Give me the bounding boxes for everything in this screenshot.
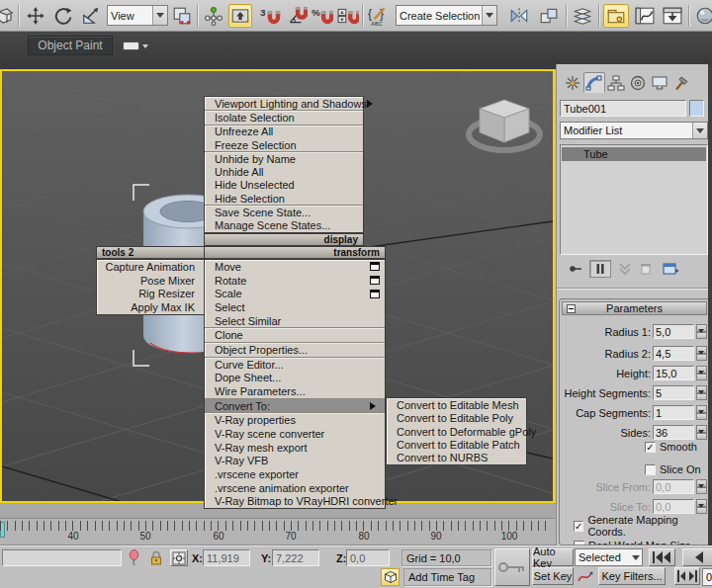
reference-coordinate-dropdown[interactable]: View — [107, 5, 168, 26]
selection-lock-toggle[interactable] — [148, 549, 163, 566]
radius1-field[interactable]: 5,0 — [653, 324, 694, 339]
track-bar[interactable]: 40 50 60 70 80 90 100 — [0, 518, 556, 546]
menu-item[interactable]: Convert to Deformable gPoly — [387, 425, 526, 438]
auto-key-button[interactable]: Auto Key — [532, 548, 574, 566]
default-in-out-tangents-icon[interactable] — [577, 568, 596, 586]
show-end-result-toggle[interactable] — [589, 260, 611, 278]
spinner[interactable] — [696, 385, 707, 400]
menu-item[interactable]: Freeze Selection — [205, 138, 363, 151]
schematic-view-button[interactable] — [661, 4, 684, 28]
select-and-manipulate-button[interactable] — [202, 4, 225, 28]
toggle-set-key-mode-button[interactable] — [494, 548, 530, 586]
go-to-start-button[interactable] — [649, 548, 675, 566]
menu-item[interactable]: Select — [205, 300, 385, 314]
layer-manager-button[interactable] — [571, 4, 594, 28]
smooth-checkbox[interactable] — [645, 442, 656, 453]
radius2-field[interactable]: 4,5 — [653, 346, 694, 361]
align-button[interactable] — [537, 4, 561, 28]
toggle-ribbon-button[interactable] — [603, 4, 629, 28]
select-and-move-button[interactable] — [24, 4, 47, 28]
material-editor-button[interactable] — [693, 4, 712, 28]
menu-item[interactable]: Viewport Lighting and Shadows — [205, 97, 363, 110]
height-field[interactable]: 15,0 — [653, 366, 694, 380]
menu-item[interactable]: Convert to NURBS — [387, 452, 526, 464]
spinner[interactable] — [696, 405, 707, 420]
notification-balloon-icon[interactable] — [127, 549, 140, 566]
rollout-title-bar[interactable]: Parameters — [562, 301, 707, 315]
menu-item[interactable]: Rotate — [205, 274, 385, 288]
chevron-down-icon[interactable] — [629, 551, 642, 564]
remove-modifier-button[interactable] — [635, 260, 657, 278]
menu-item[interactable]: V-Ray scene converter — [205, 427, 385, 441]
spinner[interactable] — [696, 346, 707, 361]
modifier-stack[interactable]: Tube — [560, 144, 708, 255]
tab-modify[interactable] — [583, 72, 605, 93]
previous-frame-button[interactable] — [682, 548, 712, 566]
current-frame-field[interactable]: 0 — [702, 568, 712, 586]
menu-item[interactable]: Convert to Editable Patch — [387, 438, 526, 451]
tab-display[interactable] — [649, 72, 670, 93]
menu-item[interactable]: Select Similar — [205, 314, 385, 328]
modifier-list-dropdown[interactable]: Modifier List — [560, 122, 708, 139]
object-name-field[interactable]: Tube001 — [560, 100, 686, 117]
menu-item[interactable]: .vrscene animation exporter — [205, 481, 385, 495]
mirror-button[interactable] — [507, 4, 531, 28]
menu-item[interactable]: Isolate Selection — [205, 111, 363, 124]
z-coordinate-field[interactable]: 0,0 — [346, 549, 390, 566]
menu-item[interactable]: Scale — [205, 287, 385, 300]
isolate-selection-toggle[interactable] — [381, 568, 400, 586]
key-selection-dropdown[interactable]: Selected — [575, 548, 643, 566]
configure-modifier-sets-button[interactable] — [660, 260, 681, 278]
menu-item[interactable]: Hide Unselected — [205, 179, 363, 192]
stack-item-tube[interactable]: Tube — [562, 147, 706, 161]
menu-item[interactable]: Capture Animation — [97, 260, 204, 274]
menu-item[interactable]: .vrscene exporter — [205, 467, 385, 481]
menu-item-convert-to[interactable]: Convert To: — [205, 399, 385, 413]
menu-item[interactable]: Apply Max IK — [97, 300, 204, 314]
menu-item[interactable]: Hide Selection — [205, 192, 363, 205]
ribbon-minimize-dropdown[interactable] — [123, 40, 152, 51]
tab-motion[interactable] — [627, 72, 649, 93]
y-coordinate-field[interactable]: 7,222 — [272, 549, 319, 566]
chevron-down-icon[interactable] — [152, 6, 167, 25]
use-pivot-point-center-button[interactable] — [170, 4, 194, 28]
x-coordinate-field[interactable]: 11,919 — [203, 549, 250, 566]
select-and-rotate-button[interactable] — [51, 4, 75, 28]
maxscript-mini-listener[interactable] — [2, 549, 122, 566]
menu-item[interactable]: Dope Sheet... — [205, 371, 385, 384]
chevron-down-icon[interactable] — [692, 123, 707, 138]
spinner[interactable] — [696, 324, 707, 339]
window-crossing-toggle-icon[interactable] — [0, 4, 15, 28]
menu-item[interactable]: V-Ray VFB — [205, 454, 385, 467]
generate-mapping-coords-checkbox[interactable] — [574, 521, 583, 532]
height-segments-field[interactable]: 5 — [653, 385, 694, 400]
named-selection-set-dropdown[interactable]: Create Selection Se — [396, 5, 497, 26]
menu-item[interactable]: Convert to Editable Poly — [387, 411, 526, 424]
menu-item[interactable]: Manage Scene States... — [205, 219, 363, 232]
menu-item[interactable]: Move — [205, 260, 385, 274]
keyboard-shortcut-override-toggle[interactable] — [228, 4, 252, 28]
cap-segments-field[interactable]: 1 — [653, 405, 694, 420]
menu-item[interactable]: Curve Editor... — [205, 358, 385, 372]
pin-stack-button[interactable] — [565, 260, 586, 278]
percent-snap-toggle-button[interactable]: % — [311, 4, 334, 28]
edit-named-selection-sets-button[interactable]: {}ABC — [367, 4, 391, 28]
key-mode-toggle-button[interactable] — [674, 567, 700, 585]
menu-item[interactable]: Convert to Editable Mesh — [387, 398, 526, 411]
menu-item[interactable]: Object Properties... — [205, 343, 385, 357]
spinner[interactable] — [696, 366, 707, 380]
tab-object-paint[interactable]: Object Paint — [28, 36, 113, 55]
chevron-down-icon[interactable] — [482, 6, 496, 25]
add-time-tag[interactable]: Add Time Tag — [403, 568, 491, 586]
tab-utilities[interactable] — [670, 72, 692, 93]
settings-box-icon[interactable] — [370, 290, 380, 298]
menu-item[interactable]: V-Ray properties — [205, 413, 385, 427]
menu-item[interactable]: Unhide All — [205, 165, 363, 178]
spinner-snap-toggle-button[interactable] — [336, 4, 360, 28]
tab-create[interactable] — [562, 72, 583, 93]
settings-box-icon[interactable] — [370, 276, 380, 285]
absolute-mode-transform-toggle[interactable] — [170, 549, 188, 566]
angle-snap-toggle-button[interactable] — [285, 4, 309, 28]
menu-item[interactable]: Wire Parameters... — [205, 384, 385, 398]
set-key-button[interactable]: Set Key — [532, 567, 574, 585]
